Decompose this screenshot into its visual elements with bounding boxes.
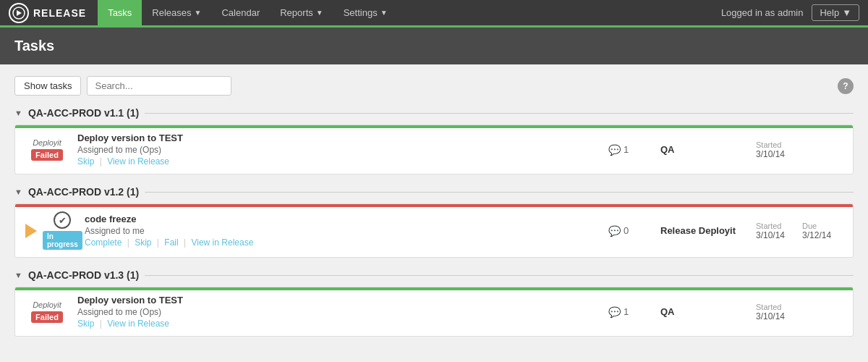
nav-item-calendar[interactable]: Calendar: [211, 0, 270, 27]
task-1-comment-count: 1: [624, 144, 629, 155]
task-3-team: QA: [660, 306, 747, 317]
task-3-dates: Started 3/10/14: [756, 303, 843, 321]
section-1-header: ▼ QA-ACC-PROD v1.1 (1): [14, 107, 854, 119]
task-2-actions: Complete | Skip | Fail | View in Release: [85, 237, 600, 248]
task-card-1: Deployit Failed Deploy version to TEST A…: [14, 125, 854, 174]
task-1-info: Deploy version to TEST Assigned to me (O…: [77, 132, 600, 167]
settings-caret-icon: ▼: [380, 9, 388, 17]
help-circle-icon[interactable]: ?: [838, 78, 854, 94]
section-2: ▼ QA-ACC-PROD v1.2 (1) ✔ In progress cod…: [14, 186, 854, 258]
task-2-started-value: 3/10/14: [756, 230, 785, 240]
task-3-status-badge: Failed: [31, 311, 63, 323]
nav-item-tasks[interactable]: Tasks: [98, 0, 142, 27]
task-1-team: QA: [660, 144, 747, 155]
task-1-comments: 💬 1: [608, 144, 652, 156]
releases-caret-icon: ▼: [195, 9, 202, 17]
task-3-icon-col: Deployit Failed: [25, 300, 69, 323]
task-2-action-skip[interactable]: Skip: [135, 237, 151, 248]
task-1-actions: Skip | View in Release: [77, 156, 600, 167]
content: Show tasks ? ▼ QA-ACC-PROD v1.1 (1) Depl…: [0, 64, 868, 362]
task-2-status-badge: In progress: [43, 231, 82, 250]
task-2-due-value: 3/12/14: [802, 230, 831, 240]
task-3-sep-1: |: [100, 319, 102, 329]
task-2-assigned: Assigned to me: [85, 226, 600, 236]
brand-name: RELEASE: [33, 7, 86, 19]
nav-item-releases[interactable]: Releases ▼: [142, 0, 211, 27]
task-2-info: code freeze Assigned to me Complete | Sk…: [85, 214, 600, 248]
task-3-started-label: Started: [756, 303, 843, 311]
section-2-toggle[interactable]: ▼: [14, 188, 22, 196]
task-1-icon-col: Deployit Failed: [25, 138, 69, 161]
task-card-2-border: [15, 204, 853, 207]
navbar-right: Logged in as admin Help ▼: [721, 4, 859, 21]
navbar: RELEASE Tasks Releases ▼ Calendar Report…: [0, 0, 868, 28]
logged-in-text: Logged in as admin: [721, 7, 803, 18]
section-2-title: QA-ACC-PROD v1.2 (1): [28, 186, 139, 198]
task-3-started-value: 3/10/14: [756, 311, 843, 321]
task-2-action-complete[interactable]: Complete: [85, 237, 122, 248]
search-input[interactable]: [87, 76, 231, 96]
toolbar: Show tasks ?: [14, 76, 854, 96]
task-3-name: Deploy version to TEST: [77, 295, 600, 306]
task-2-icon-col: ✔ In progress: [25, 211, 76, 250]
task-2-team: Release Deployit: [660, 225, 747, 236]
task-2-name: code freeze: [85, 214, 600, 224]
task-2-action-view[interactable]: View in Release: [191, 237, 253, 248]
section-3-divider: [145, 275, 854, 276]
page-title: Tasks: [14, 38, 854, 54]
task-2-action-fail[interactable]: Fail: [164, 237, 178, 248]
task-2-started-label: Started: [756, 222, 785, 230]
section-1-divider: [145, 113, 854, 114]
section-2-divider: [145, 192, 854, 193]
task-card-1-border: [15, 125, 853, 128]
task-1-dates: Started 3/10/14: [756, 140, 843, 159]
task-3-icon-label: Deployit: [33, 300, 61, 309]
comment-icon-2: 💬: [608, 225, 621, 237]
nav-items: Tasks Releases ▼ Calendar Reports ▼ Sett…: [98, 0, 721, 25]
task-3-actions: Skip | View in Release: [77, 319, 600, 329]
task-card-3: Deployit Failed Deploy version to TEST A…: [14, 287, 854, 337]
task-1-status-badge: Failed: [31, 149, 63, 161]
task-2-due-label: Due: [802, 222, 831, 230]
nav-item-settings[interactable]: Settings ▼: [333, 0, 398, 27]
section-3-title: QA-ACC-PROD v1.3 (1): [28, 269, 139, 281]
task-2-check-icon: ✔: [54, 211, 71, 229]
task-3-comments: 💬 1: [608, 306, 652, 318]
comment-icon-1: 💬: [608, 144, 621, 156]
task-2-dates: Started 3/10/14 Due 3/12/14: [756, 222, 843, 240]
task-1-action-view[interactable]: View in Release: [107, 156, 169, 167]
task-card-3-border: [15, 287, 853, 290]
help-caret-icon: ▼: [842, 7, 851, 18]
task-3-info: Deploy version to TEST Assigned to me (O…: [77, 295, 600, 329]
brand: RELEASE: [9, 3, 86, 23]
task-1-assigned: Assigned to me (Ops): [77, 145, 600, 155]
section-1-title: QA-ACC-PROD v1.1 (1): [28, 107, 139, 119]
section-3-header: ▼ QA-ACC-PROD v1.3 (1): [14, 269, 854, 281]
task-3-comment-count: 1: [624, 306, 629, 317]
page-header: Tasks: [0, 28, 868, 64]
task-1-icon-label: Deployit: [33, 138, 61, 147]
task-3-action-skip[interactable]: Skip: [77, 319, 94, 329]
section-1-toggle[interactable]: ▼: [14, 109, 22, 117]
task-1-started-label: Started: [756, 140, 843, 149]
comment-icon-3: 💬: [608, 306, 621, 318]
task-1-name: Deploy version to TEST: [77, 132, 600, 143]
task-2-arrow-icon: [25, 224, 37, 238]
task-card-2: ✔ In progress code freeze Assigned to me…: [14, 203, 854, 258]
task-3-assigned: Assigned to me (Ops): [77, 307, 600, 317]
task-3-action-view[interactable]: View in Release: [107, 319, 169, 329]
task-1-started-value: 3/10/14: [756, 149, 843, 159]
task-1-action-skip[interactable]: Skip: [77, 156, 94, 167]
help-button[interactable]: Help ▼: [812, 4, 859, 21]
section-3: ▼ QA-ACC-PROD v1.3 (1) Deployit Failed D…: [14, 269, 854, 337]
task-2-comment-count: 0: [624, 225, 629, 236]
nav-item-reports[interactable]: Reports ▼: [270, 0, 333, 27]
reports-caret-icon: ▼: [316, 9, 323, 17]
section-1: ▼ QA-ACC-PROD v1.1 (1) Deployit Failed D…: [14, 107, 854, 174]
task-2-comments: 💬 0: [608, 225, 652, 237]
section-3-toggle[interactable]: ▼: [14, 271, 22, 279]
task-1-sep-1: |: [100, 156, 102, 167]
brand-logo: [9, 3, 29, 23]
show-tasks-button[interactable]: Show tasks: [14, 76, 81, 96]
section-2-header: ▼ QA-ACC-PROD v1.2 (1): [14, 186, 854, 198]
